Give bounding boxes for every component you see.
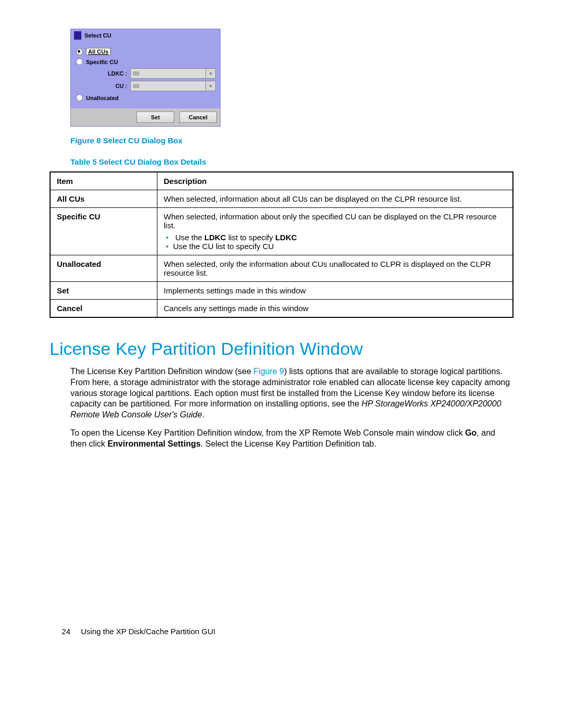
text: Use the [175, 233, 204, 242]
figure-9-link[interactable]: Figure 9 [253, 367, 284, 376]
select-cu-dialog: Select CU All CUs Specific CU LDKC : 00 … [70, 29, 221, 127]
bold-text: LDKC [204, 233, 226, 242]
chevron-down-icon: ▼ [205, 81, 215, 91]
set-button[interactable]: Set [137, 112, 174, 123]
radio-icon [76, 58, 83, 65]
cell-desc: When selected, information about all CUs… [157, 190, 513, 208]
table-row: Set Implements settings made in this win… [50, 282, 513, 300]
cu-value: 00 [131, 83, 205, 89]
radio-specific-cu-label: Specific CU [86, 59, 118, 65]
header-desc: Description [157, 172, 513, 190]
text: To open the License Key Partition Defini… [70, 428, 465, 437]
paragraph: The License Key Partition Definition win… [70, 366, 513, 421]
table-caption: Table 5 Select CU Dialog Box Details [70, 157, 513, 166]
details-table: Item Description All CUs When selected, … [50, 171, 513, 318]
table-row: All CUs When selected, information about… [50, 190, 513, 208]
ldkc-label: LDKC : [96, 70, 127, 77]
cell-desc: When selected, information about only th… [157, 208, 513, 255]
text: . Select the License Key Partition Defin… [201, 439, 376, 448]
page-footer: 24 Using the XP Disk/Cache Partition GUI [50, 627, 513, 636]
paragraph: To open the License Key Partition Defini… [70, 428, 513, 450]
radio-all-cus[interactable]: All CUs [76, 48, 215, 55]
bullet-list: Use the LDKC list to specify LDKC Use th… [164, 233, 506, 251]
cancel-button[interactable]: Cancel [179, 112, 217, 123]
cu-field: CU : 00 ▼ [96, 81, 216, 91]
table-row: Cancel Cancels any settings made in this… [50, 300, 513, 318]
ldkc-field: LDKC : 00 ▼ [96, 68, 216, 79]
table-row: Specific CU When selected, information a… [50, 208, 513, 255]
footer-text: Using the XP Disk/Cache Partition GUI [81, 627, 215, 636]
title-icon [74, 31, 81, 40]
ldkc-combo[interactable]: 00 ▼ [130, 68, 216, 79]
table-row: Unallocated When selected, only the info… [50, 255, 513, 282]
cell-item: Specific CU [50, 208, 157, 255]
cell-desc: Implements settings made in this window [157, 282, 513, 300]
radio-specific-cu[interactable]: Specific CU [76, 58, 215, 65]
bold-text: Environmental Settings [107, 439, 201, 448]
cell-item: Set [50, 282, 157, 300]
bold-text: LDKC [275, 233, 297, 242]
list-item: Use the CU list to specify CU [173, 242, 506, 251]
list-item: Use the LDKC list to specify LDKC [173, 233, 506, 242]
radio-icon [76, 48, 83, 55]
radio-all-cus-label: All CUs [86, 48, 111, 55]
cu-combo[interactable]: 00 ▼ [130, 81, 216, 91]
ldkc-value: 00 [131, 70, 205, 77]
text: The License Key Partition Definition win… [70, 367, 253, 376]
dialog-title-text: Select CU [84, 32, 111, 39]
section-heading: License Key Partition Definition Window [50, 339, 513, 359]
cu-label: CU : [96, 83, 127, 89]
text: . [202, 410, 204, 419]
dialog-titlebar: Select CU [71, 29, 220, 42]
cell-desc-text: When selected, information about only th… [164, 212, 497, 230]
cell-item: All CUs [50, 190, 157, 208]
header-item: Item [50, 172, 157, 190]
cell-item: Unallocated [50, 255, 157, 282]
cell-desc: When selected, only the information abou… [157, 255, 513, 282]
radio-icon [76, 94, 83, 101]
figure-caption: Figure 8 Select CU Dialog Box [70, 136, 513, 145]
cell-desc: Cancels any settings made in this window [157, 300, 513, 318]
table-header-row: Item Description [50, 172, 513, 190]
cell-item: Cancel [50, 300, 157, 318]
radio-unallocated[interactable]: Unallocated [76, 94, 215, 101]
bold-text: Go [465, 428, 476, 437]
chevron-down-icon: ▼ [205, 69, 215, 78]
page-number: 24 [50, 627, 70, 636]
text: list to specify [226, 233, 275, 242]
radio-unallocated-label: Unallocated [86, 95, 118, 101]
